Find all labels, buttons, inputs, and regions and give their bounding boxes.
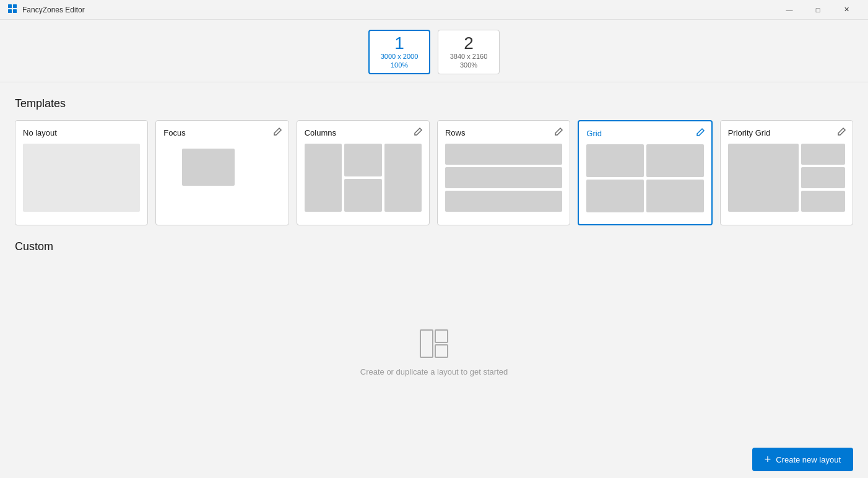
grid-cell-2 xyxy=(646,144,704,177)
template-rows[interactable]: Rows xyxy=(437,120,570,225)
custom-empty-state: Create or duplicate a layout to get star… xyxy=(15,263,853,441)
svg-rect-0 xyxy=(8,4,12,8)
template-grid-preview xyxy=(586,144,703,212)
monitor-res-2: 3840 x 2160 300% xyxy=(450,52,488,70)
focus-edit-icon[interactable] xyxy=(272,127,282,137)
rows-preview-area xyxy=(445,144,562,212)
priority-grid-cell-3 xyxy=(801,191,845,212)
focus-main-zone xyxy=(182,149,235,186)
app-title: FancyZones Editor xyxy=(22,6,85,14)
maximize-button[interactable]: □ xyxy=(804,0,832,20)
footer: + Create new layout xyxy=(0,441,868,478)
columns-edit-icon[interactable] xyxy=(413,127,423,137)
custom-empty-icon xyxy=(418,328,450,360)
monitor-card-2[interactable]: 2 3840 x 2160 300% xyxy=(438,30,500,74)
template-priority-grid[interactable]: Priority Grid xyxy=(720,120,853,225)
columns-group-2 xyxy=(344,144,381,212)
svg-rect-6 xyxy=(435,345,448,357)
priority-grid-cell-1 xyxy=(801,144,845,165)
template-columns[interactable]: Columns xyxy=(297,120,430,225)
custom-empty-text: Create or duplicate a layout to get star… xyxy=(360,367,508,376)
template-focus-title: Focus xyxy=(163,128,280,137)
monitor-number-1: 1 xyxy=(394,35,404,52)
svg-rect-3 xyxy=(13,9,17,13)
monitor-number-2: 2 xyxy=(464,35,474,52)
template-columns-preview xyxy=(305,144,422,212)
no-layout-zone xyxy=(23,144,140,212)
templates-section: Templates No layout Focus xyxy=(15,97,853,225)
priority-grid-edit-icon[interactable] xyxy=(836,127,846,137)
app-icon xyxy=(7,4,22,16)
template-columns-title: Columns xyxy=(305,128,422,137)
plus-icon: + xyxy=(765,454,771,465)
grid-edit-icon[interactable] xyxy=(695,128,705,137)
monitor-card-1[interactable]: 1 3000 x 2000 100% xyxy=(368,30,430,74)
main-content: Templates No layout Focus xyxy=(0,82,868,441)
templates-heading: Templates xyxy=(15,97,853,110)
create-new-layout-button[interactable]: + Create new layout xyxy=(752,448,853,471)
custom-section: Custom Create or duplicate a layout to g… xyxy=(15,240,853,441)
template-grid-title: Grid xyxy=(586,129,703,138)
svg-rect-1 xyxy=(13,4,17,8)
rows-zone-3 xyxy=(445,191,562,212)
minimize-button[interactable]: — xyxy=(775,0,804,20)
monitor-selector: 1 3000 x 2000 100% 2 3840 x 2160 300% xyxy=(0,20,868,82)
grid-cell-3 xyxy=(586,180,644,212)
priority-grid-main xyxy=(728,144,799,212)
monitor-res-1: 3000 x 2000 100% xyxy=(381,52,419,70)
svg-rect-2 xyxy=(8,9,12,13)
template-priority-grid-preview xyxy=(728,144,845,212)
templates-row: No layout Focus xyxy=(15,120,853,225)
columns-zone-3 xyxy=(384,144,422,212)
columns-zone-2b xyxy=(344,179,381,212)
template-focus[interactable]: Focus xyxy=(155,120,289,225)
priority-grid-right xyxy=(801,144,845,212)
template-focus-preview xyxy=(163,144,280,212)
template-no-layout[interactable]: No layout xyxy=(15,120,148,225)
template-no-layout-title: No layout xyxy=(23,128,140,137)
svg-rect-4 xyxy=(420,330,433,357)
window-controls: — □ ✕ xyxy=(775,0,861,20)
rows-zone-1 xyxy=(445,144,562,165)
template-rows-title: Rows xyxy=(445,128,562,137)
priority-grid-preview-area xyxy=(728,144,845,212)
custom-heading: Custom xyxy=(15,240,853,253)
columns-zone-2a xyxy=(344,144,381,176)
focus-preview-area xyxy=(163,144,280,212)
template-grid[interactable]: Grid xyxy=(578,120,712,225)
titlebar: FancyZones Editor — □ ✕ xyxy=(0,0,868,20)
template-no-layout-preview xyxy=(23,144,140,212)
grid-cell-1 xyxy=(586,144,644,177)
close-button[interactable]: ✕ xyxy=(832,0,861,20)
columns-zone-1 xyxy=(305,144,342,212)
priority-grid-cell-2 xyxy=(801,167,845,188)
create-button-label: Create new layout xyxy=(776,455,841,464)
template-rows-preview xyxy=(445,144,562,212)
columns-preview-area xyxy=(305,144,422,212)
template-priority-grid-title: Priority Grid xyxy=(728,128,845,137)
rows-zone-2 xyxy=(445,167,562,188)
grid-preview-area xyxy=(586,144,703,212)
grid-cell-4 xyxy=(646,180,704,212)
rows-edit-icon[interactable] xyxy=(553,127,563,137)
svg-rect-5 xyxy=(435,330,448,342)
